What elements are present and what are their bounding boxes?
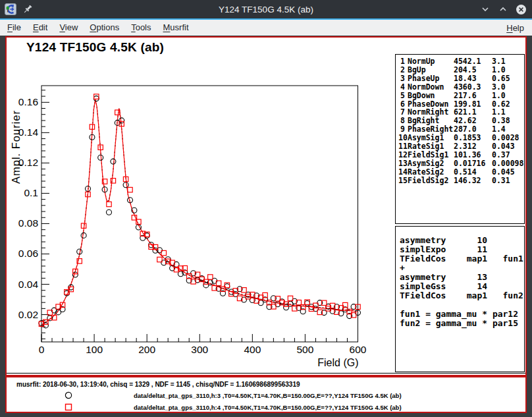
param-pname: BgUp [408,66,454,74]
param-pval: 146.32 [454,177,492,185]
y-tick-label: 0.16 [18,96,38,107]
param-row: 12FieldSig1101.360.37 [398,151,524,159]
data-point-square [107,202,111,206]
root-canvas-window: { "window": { "title": "Y124 TF150G 4.5K… [0,0,532,417]
param-pval: 18.43 [454,74,492,83]
x-tick-label: 600 [350,344,367,355]
menubar: FileEditViewOptionsToolsMusrfitHelp [0,18,532,36]
param-perr: 1.0 [492,66,524,74]
param-pval: 4542.1 [454,57,492,66]
x-tick-label: 200 [138,344,155,355]
legend-label: data/deltat_pta_gps_3110,h:3 ,T0=4.50K,T… [134,392,402,399]
param-perr: 0.045 [492,168,524,177]
data-point-square [128,187,132,192]
param-perr: 3.1 [492,57,524,66]
theory-line: simpleGss 14 [400,282,524,291]
y-tick-label: 0.08 [18,217,38,229]
maximize-button[interactable] [497,3,509,15]
y-tick-label: 0.04 [18,279,39,290]
param-pval: 101.36 [454,151,492,159]
param-pval: 204.5 [454,66,492,74]
param-row: 5BgDown217.61.0 [398,92,524,100]
data-point-circle [72,272,78,277]
param-pval: 217.6 [454,92,492,100]
y-tick-label: 0.06 [18,248,38,259]
plot-frame [41,86,358,342]
menu-item-view[interactable]: View [53,20,84,36]
param-row: 15FieldSig2146.320.31 [398,177,524,185]
theory-line: + [400,264,524,273]
minimize-button[interactable] [479,3,491,15]
param-pname: AsymSig2 [408,159,454,168]
param-idx: 15 [398,177,408,185]
param-row: 2BgUp204.51.0 [398,66,524,74]
param-perr: 3.0 [492,83,524,92]
param-perr: 0.37 [492,151,524,159]
y-axis-title: Ampl. Fourier [10,110,22,184]
theory-line: simplExpo 11 [400,245,524,254]
pad-separator-line [7,373,525,374]
theory-box[interactable]: asymmetry 10simplExpo 11TFieldCos map1 f… [395,226,525,372]
menu-help[interactable]: Help [502,23,528,33]
window-title: Y124 TF150G 4.5K (ab) [0,5,532,14]
main-pad[interactable]: Y124 TF150G 4.5K (ab) 010020030040050060… [5,36,527,376]
theory-line: fun1 = gamma_mu * par12 [400,310,524,319]
fit-parameters-box[interactable]: 1NormUp4542.13.12BgUp204.51.03PhaseUp18.… [395,54,525,224]
close-button[interactable] [515,3,527,15]
menu-item-options[interactable]: Options [84,20,125,36]
theory-line: TFieldCos map1 fun2 [400,291,524,300]
param-pname: NormUp [408,57,454,66]
circle-marker-icon [63,390,74,401]
fit-status-text: musrfit: 2018-06-30, 13:19:40, chisq = 1… [16,381,300,388]
plot-title: Y124 TF150G 4.5K (ab) [26,40,164,55]
y-tick-label: 0.1 [24,187,38,198]
param-idx: 1 [398,57,408,66]
x-axis-title: Field (G) [317,357,358,368]
param-row: 14RateSig20.5140.045 [398,168,524,177]
menu-item-musrfit[interactable]: Musrfit [157,20,195,36]
data-point-circle [119,118,124,123]
info-pad[interactable]: musrfit: 2018-06-30, 13:19:40, chisq = 1… [5,376,527,413]
param-pname: RateSig2 [408,168,454,177]
root-app-icon [5,3,16,15]
param-pname: FieldSig1 [408,151,454,159]
param-row: 4NormDown4360.33.0 [398,83,524,92]
menu-item-edit[interactable]: Edit [27,20,53,36]
x-tick-label: 0 [39,344,45,355]
legend-row-h3: data/deltat_pta_gps_3110,h:3 ,T0=4.50K,T… [7,390,525,401]
param-pname: PhaseUp [408,74,454,83]
x-tick-label: 100 [86,344,103,355]
theory-line: fun2 = gamma_mu * par15 [400,319,524,328]
menu-item-tools[interactable]: Tools [125,20,157,36]
param-perr: 0.31 [492,177,524,185]
param-idx: 5 [398,92,408,100]
param-idx: 3 [398,74,408,83]
param-idx: 12 [398,151,408,159]
param-idx: 4 [398,83,408,92]
x-tick-label: 300 [191,344,208,355]
data-point-square [208,275,213,279]
close-icon [516,4,527,15]
data-point-circle [107,209,112,215]
param-row: 1NormUp4542.13.1 [398,57,524,66]
data-point-circle [93,96,99,101]
param-idx: 13 [398,159,408,168]
square-marker-icon [63,402,74,412]
param-row: 3PhaseUp18.430.65 [398,74,524,83]
param-pname: FieldSig2 [408,177,454,185]
menu-item-file[interactable]: File [1,20,27,36]
param-perr: 0.00098 [492,159,524,168]
param-perr: 1.0 [492,92,524,100]
minimize-icon [481,5,490,14]
param-perr: 0.65 [492,74,524,83]
data-point-circle [111,159,116,164]
x-tick-label: 400 [244,344,261,355]
y-tick-label: 0.02 [18,309,38,320]
param-row: 13AsymSig20.017160.00098 [398,159,524,168]
titlebar[interactable]: Y124 TF150G 4.5K (ab) [0,0,532,18]
pin-icon[interactable] [22,3,34,15]
theory-line: TFieldCos map1 fun1 [400,254,524,264]
param-pval: 4360.3 [454,83,492,92]
param-pval: 0.01716 [454,159,492,168]
legend-label: data/deltat_pta_gps_3110,h:4 ,T0=4.50K,T… [134,404,402,411]
